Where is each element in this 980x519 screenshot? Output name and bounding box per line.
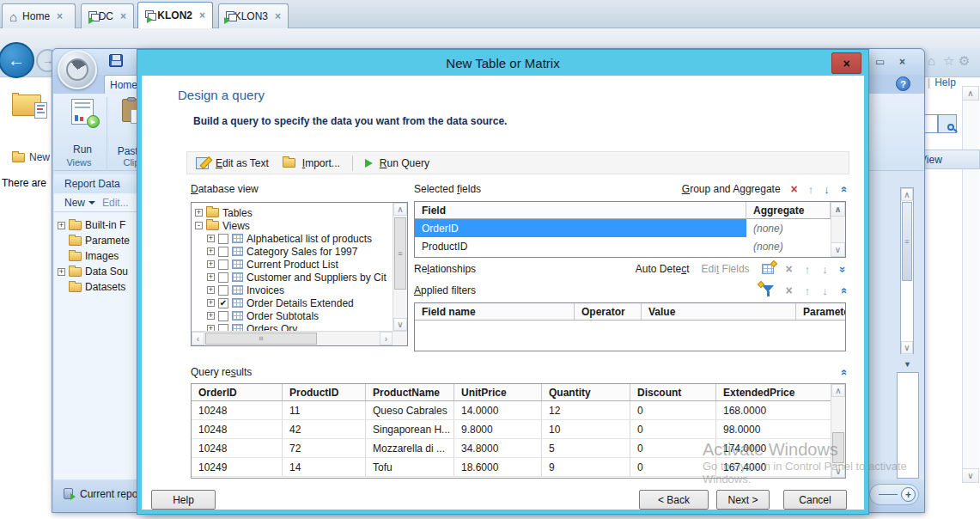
tree-item-builtin-fields[interactable]: + Built-in F — [54, 218, 125, 232]
dropdown-caret-icon[interactable]: ▼ — [904, 360, 911, 369]
tree-item-view[interactable]: + Current Product List — [192, 258, 338, 271]
table-row[interactable]: 10248 72 Mozzarella di ... 34.8000 5 0 1… — [192, 439, 845, 458]
close-icon[interactable]: × — [120, 10, 126, 22]
expander-icon[interactable]: + — [207, 235, 215, 242]
zoom-control[interactable]: + — [869, 484, 919, 505]
tree-horizontal-scrollbar[interactable]: ‹ ≡ › — [192, 331, 407, 345]
dialog-close-button[interactable]: × — [831, 52, 861, 74]
column-header[interactable]: ExtendedPrice — [716, 384, 832, 400]
zoom-in-button[interactable]: + — [901, 487, 916, 502]
next-button[interactable]: Next > — [716, 490, 770, 510]
scroll-up-button[interactable]: ∧ — [831, 384, 845, 397]
back-button[interactable]: < Back — [639, 490, 709, 510]
help-icon[interactable]: ? — [896, 76, 910, 91]
favorites-star-icon[interactable]: ☆ — [943, 54, 954, 67]
move-up-icon[interactable]: ↑ — [805, 285, 811, 296]
tab-klon3[interactable]: KLON3 × — [218, 3, 289, 28]
column-header-parameter[interactable]: Parameter — [796, 303, 845, 320]
back-button[interactable]: ← — [0, 42, 34, 78]
expander-icon[interactable]: + — [207, 299, 215, 307]
scrollbar-thumb[interactable]: ≡ — [394, 217, 406, 290]
close-icon[interactable]: × — [57, 10, 63, 22]
scrollbar-track[interactable] — [831, 217, 845, 242]
restore-icon[interactable]: ▭ — [875, 56, 885, 68]
expander-icon[interactable]: + — [58, 268, 65, 276]
column-header-aggregate[interactable]: Aggregate — [746, 202, 831, 218]
filters-empty-body[interactable] — [415, 321, 845, 351]
delete-field-icon[interactable]: × — [791, 183, 798, 195]
application-menu-button[interactable] — [58, 50, 97, 89]
delete-filter-icon[interactable]: × — [786, 284, 793, 296]
checkbox[interactable] — [218, 285, 228, 296]
checkbox[interactable] — [218, 247, 228, 257]
run-query-button[interactable]: Run Query — [380, 157, 429, 169]
scroll-down-button[interactable]: ∨ — [831, 242, 845, 257]
expander-icon[interactable]: + — [207, 273, 215, 281]
column-header[interactable]: Quantity — [542, 384, 630, 400]
tree-item-view[interactable]: + Category Sales for 1997 — [192, 245, 357, 258]
edit-menu-button[interactable]: Edit... — [102, 197, 129, 209]
scroll-down-button[interactable]: ∨ — [962, 468, 979, 483]
scrollbar-thumb[interactable]: ≡ — [902, 202, 912, 281]
close-icon[interactable]: × — [275, 10, 281, 22]
field-cell[interactable]: ProductID — [415, 237, 746, 255]
close-icon[interactable]: × — [199, 9, 205, 21]
edit-as-text-button[interactable]: Edit as Text — [216, 157, 269, 169]
column-header-field-name[interactable]: Field name — [415, 303, 575, 320]
help-link[interactable]: Help — [934, 76, 956, 89]
collapse-section-icon[interactable]: » — [837, 186, 849, 192]
aggregate-cell[interactable]: (none) — [746, 237, 831, 255]
save-icon[interactable] — [109, 54, 123, 67]
scroll-down-button[interactable]: ∨ — [901, 341, 913, 354]
help-button[interactable]: Help — [151, 490, 216, 510]
field-row[interactable]: ProductID (none) — [415, 237, 845, 255]
collapse-section-icon[interactable]: » — [837, 369, 849, 375]
tree-item-view[interactable]: + Customer and Suppliers by Cit — [192, 271, 387, 284]
settings-gear-icon[interactable]: ⚙ — [959, 54, 970, 67]
zoom-slider[interactable] — [879, 494, 898, 495]
expander-icon[interactable]: - — [195, 222, 203, 229]
new-menu[interactable]: New — [12, 151, 50, 163]
column-header[interactable]: Discount — [630, 384, 716, 400]
expander-icon[interactable]: + — [58, 222, 65, 229]
expand-section-icon[interactable]: » — [837, 266, 849, 272]
column-header[interactable]: ProductName — [366, 384, 454, 400]
move-down-icon[interactable]: ↓ — [822, 285, 828, 296]
search-button[interactable] — [938, 114, 957, 133]
collapse-section-icon[interactable]: » — [837, 287, 849, 293]
tree-item-view[interactable]: + Invoices — [192, 284, 284, 296]
dialog-titlebar[interactable]: New Table or Matrix — [137, 50, 868, 76]
move-up-icon[interactable]: ↑ — [805, 264, 811, 275]
move-down-icon[interactable]: ↓ — [824, 184, 830, 195]
checkbox[interactable] — [218, 234, 228, 244]
expander-icon[interactable]: + — [207, 312, 215, 320]
cancel-button[interactable]: Cancel — [783, 490, 847, 510]
field-cell[interactable]: OrderID — [415, 219, 746, 237]
expander-icon[interactable]: + — [207, 286, 215, 294]
tree-item-parameters[interactable]: Paramete — [54, 234, 130, 247]
tree-item-tables[interactable]: + Tables — [192, 206, 253, 219]
tab-home[interactable]: ⌂ Home × — [2, 3, 76, 28]
delete-relationship-icon[interactable]: × — [786, 263, 793, 275]
new-menu-button[interactable]: New — [64, 197, 85, 209]
checkbox[interactable] — [218, 311, 228, 321]
scroll-down-button[interactable]: ∨ — [831, 465, 845, 478]
column-header[interactable]: UnitPrice — [454, 384, 542, 400]
table-row[interactable]: 10248 11 Queso Cabrales 14.0000 12 0 168… — [192, 401, 845, 420]
home-icon[interactable]: ⌂ — [928, 54, 935, 67]
expander-icon[interactable]: + — [207, 247, 215, 255]
checkbox-checked[interactable]: ✔ — [218, 298, 228, 308]
field-row-selected[interactable]: OrderID (none) — [415, 219, 845, 237]
tree-item-view[interactable]: + Alphabetical list of products — [192, 232, 372, 245]
import-button[interactable]: Import... — [302, 157, 340, 169]
tree-item-datasets[interactable]: Datasets — [54, 280, 125, 294]
move-down-icon[interactable]: ↓ — [822, 264, 828, 275]
tree-vertical-scrollbar[interactable]: ∧ ≡ ∨ — [393, 203, 407, 331]
column-header-field[interactable]: Field — [415, 202, 746, 218]
group-and-aggregate-button[interactable]: Group and Aggregate — [682, 183, 781, 195]
expander-icon[interactable]: + — [195, 209, 203, 217]
scroll-up-button[interactable]: ∧ — [962, 86, 979, 101]
column-header-value[interactable]: Value — [642, 303, 796, 320]
expander-icon[interactable]: + — [207, 260, 215, 268]
column-header-operator[interactable]: Operator — [575, 303, 642, 320]
